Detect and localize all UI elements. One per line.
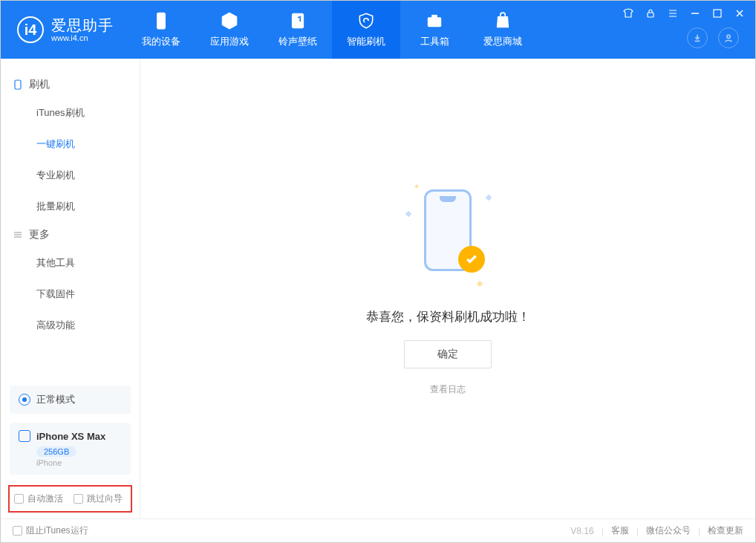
sidebar-item-download-firmware[interactable]: 下载固件 bbox=[1, 279, 140, 310]
highlighted-options: 自动激活 跳过向导 bbox=[8, 485, 132, 513]
app-url: www.i4.cn bbox=[51, 33, 114, 42]
footer-link-support[interactable]: 客服 bbox=[611, 524, 629, 537]
tab-label: 智能刷机 bbox=[347, 35, 385, 48]
sidebar-item-other-tools[interactable]: 其他工具 bbox=[1, 247, 140, 279]
tab-toolbox[interactable]: 工具箱 bbox=[400, 1, 469, 59]
tab-store[interactable]: 爱思商城 bbox=[469, 1, 537, 59]
app-title: 爱思助手 bbox=[51, 17, 114, 33]
bag-icon bbox=[493, 11, 512, 30]
svg-rect-4 bbox=[428, 18, 440, 27]
tab-label: 应用游戏 bbox=[210, 35, 249, 48]
checkbox-block-itunes[interactable]: 阻止iTunes运行 bbox=[13, 524, 88, 537]
sparkle-icon bbox=[477, 280, 483, 286]
body: 刷机 iTunes刷机 一键刷机 专业刷机 批量刷机 更多 其他工具 下载固件 … bbox=[1, 59, 755, 518]
version-label: V8.16 bbox=[570, 526, 593, 536]
tab-ringtones[interactable]: 铃声壁纸 bbox=[264, 1, 332, 59]
checkbox-label: 自动激活 bbox=[27, 492, 63, 505]
checkbox-icon bbox=[14, 494, 24, 504]
device-capacity: 256GB bbox=[36, 446, 76, 457]
tab-apps[interactable]: 应用游戏 bbox=[195, 1, 264, 59]
checkbox-label: 跳过向导 bbox=[87, 492, 123, 505]
app-window: i4 爱思助手 www.i4.cn 我的设备 应用游戏 铃声壁纸 智能刷机 bbox=[0, 0, 756, 543]
device-name: iPhone XS Max bbox=[36, 431, 105, 442]
refresh-shield-icon bbox=[356, 11, 376, 30]
tab-flash[interactable]: 智能刷机 bbox=[332, 1, 400, 59]
tab-label: 工具箱 bbox=[420, 35, 449, 48]
list-icon bbox=[13, 230, 23, 240]
logo-icon: i4 bbox=[17, 16, 44, 43]
svg-rect-2 bbox=[157, 13, 166, 29]
shirt-icon[interactable] bbox=[622, 7, 634, 19]
svg-rect-0 bbox=[648, 13, 654, 17]
close-icon[interactable] bbox=[734, 7, 746, 19]
logo: i4 爱思助手 www.i4.cn bbox=[1, 16, 127, 43]
check-badge-icon bbox=[458, 246, 485, 273]
download-icon[interactable] bbox=[687, 27, 708, 48]
sidebar-group-label: 刷机 bbox=[29, 78, 50, 91]
sidebar-item-itunes-flash[interactable]: iTunes刷机 bbox=[1, 97, 140, 129]
ok-button[interactable]: 确定 bbox=[404, 340, 492, 368]
footer: 阻止iTunes运行 V8.16 | 客服 | 微信公众号 | 检查更新 bbox=[1, 518, 755, 542]
checkbox-label: 阻止iTunes运行 bbox=[26, 524, 88, 537]
cube-icon bbox=[220, 11, 239, 30]
music-icon bbox=[288, 11, 307, 30]
checkbox-skip-guide[interactable]: 跳过向导 bbox=[74, 492, 123, 505]
sidebar-group-more: 更多 bbox=[1, 222, 140, 247]
tab-my-device[interactable]: 我的设备 bbox=[127, 1, 195, 59]
user-icon[interactable] bbox=[718, 27, 739, 48]
main-content: 恭喜您，保资料刷机成功啦！ 确定 查看日志 bbox=[140, 59, 755, 518]
device-card[interactable]: iPhone XS Max 256GB iPhone bbox=[10, 423, 131, 475]
svg-point-6 bbox=[727, 35, 730, 38]
checkbox-icon bbox=[13, 526, 22, 536]
tab-label: 铃声壁纸 bbox=[278, 35, 317, 48]
sparkle-icon bbox=[405, 210, 411, 216]
footer-right: V8.16 | 客服 | 微信公众号 | 检查更新 bbox=[570, 524, 743, 537]
tab-label: 我的设备 bbox=[142, 35, 180, 48]
device-type: iPhone bbox=[36, 458, 122, 467]
svg-rect-1 bbox=[714, 10, 721, 17]
main-tabs: 我的设备 应用游戏 铃声壁纸 智能刷机 工具箱 爱思商城 bbox=[127, 1, 537, 59]
sidebar-item-advanced[interactable]: 高级功能 bbox=[1, 310, 140, 341]
sidebar-group-label: 更多 bbox=[29, 228, 50, 241]
device-icon bbox=[13, 79, 23, 90]
maximize-icon[interactable] bbox=[711, 7, 723, 19]
mode-card[interactable]: 正常模式 bbox=[10, 386, 131, 414]
sidebar-item-batch-flash[interactable]: 批量刷机 bbox=[1, 191, 140, 222]
footer-link-update[interactable]: 检查更新 bbox=[708, 524, 743, 537]
sidebar-item-oneclick-flash[interactable]: 一键刷机 bbox=[1, 129, 140, 160]
sidebar-group-flash: 刷机 bbox=[1, 72, 140, 97]
tab-label: 爱思商城 bbox=[483, 35, 522, 48]
sparkle-icon bbox=[414, 184, 419, 189]
menu-icon[interactable] bbox=[667, 7, 679, 19]
toolbox-icon bbox=[425, 11, 444, 30]
window-controls bbox=[622, 7, 746, 19]
svg-rect-7 bbox=[15, 80, 21, 89]
sidebar: 刷机 iTunes刷机 一键刷机 专业刷机 批量刷机 更多 其他工具 下载固件 … bbox=[1, 59, 140, 518]
success-message: 恭喜您，保资料刷机成功啦！ bbox=[366, 308, 530, 325]
phone-icon bbox=[151, 11, 171, 30]
lock-icon[interactable] bbox=[645, 7, 656, 19]
svg-rect-3 bbox=[292, 13, 303, 28]
footer-link-wechat[interactable]: 微信公众号 bbox=[646, 524, 691, 537]
checkbox-icon bbox=[74, 494, 83, 504]
device-small-icon bbox=[19, 430, 30, 442]
svg-rect-5 bbox=[432, 15, 437, 17]
success-illustration bbox=[403, 182, 492, 293]
minimize-icon[interactable] bbox=[689, 7, 701, 19]
sidebar-item-pro-flash[interactable]: 专业刷机 bbox=[1, 160, 140, 191]
view-log-link[interactable]: 查看日志 bbox=[430, 383, 466, 396]
mode-label: 正常模式 bbox=[36, 393, 75, 406]
checkbox-auto-activate[interactable]: 自动激活 bbox=[14, 492, 63, 505]
sparkle-icon bbox=[486, 194, 492, 200]
mode-dot-icon bbox=[19, 394, 30, 406]
